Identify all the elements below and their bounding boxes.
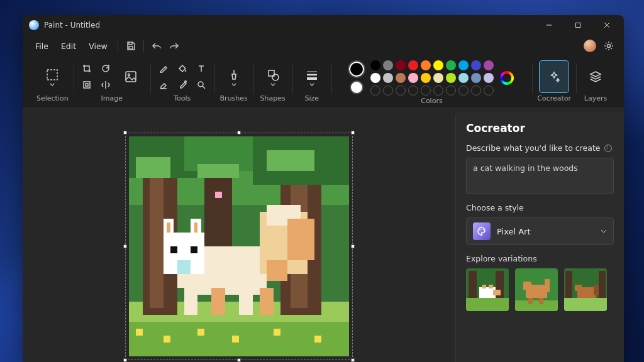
rotate-button[interactable] bbox=[97, 62, 114, 75]
edit-colors-button[interactable] bbox=[500, 71, 514, 85]
svg-rect-81 bbox=[575, 285, 582, 292]
menu-file[interactable]: File bbox=[29, 39, 55, 53]
svg-rect-38 bbox=[167, 222, 170, 233]
save-button[interactable] bbox=[122, 37, 140, 55]
custom-color-slot[interactable] bbox=[370, 85, 380, 96]
ribbon-colors: Colors bbox=[331, 60, 532, 105]
svg-rect-75 bbox=[539, 298, 543, 305]
custom-color-slot[interactable] bbox=[484, 85, 494, 96]
color-swatch[interactable] bbox=[370, 73, 380, 83]
secondary-color-swatch[interactable] bbox=[350, 80, 364, 94]
size-picker[interactable] bbox=[297, 61, 326, 92]
undo-button[interactable] bbox=[148, 37, 165, 55]
custom-color-slot[interactable] bbox=[433, 85, 443, 96]
color-swatch[interactable] bbox=[471, 60, 481, 70]
layers-button[interactable] bbox=[581, 61, 610, 92]
color-swatch[interactable] bbox=[446, 60, 456, 70]
color-swatch[interactable] bbox=[484, 73, 494, 83]
resize-handle[interactable] bbox=[123, 358, 127, 362]
svg-rect-78 bbox=[565, 271, 572, 298]
crop-button[interactable] bbox=[79, 62, 95, 75]
image-ai-button[interactable] bbox=[116, 61, 145, 92]
ribbon-layers: Layers bbox=[576, 60, 615, 105]
svg-rect-67 bbox=[489, 285, 492, 288]
color-swatch[interactable] bbox=[421, 60, 431, 70]
svg-point-58 bbox=[479, 229, 480, 231]
svg-rect-52 bbox=[164, 336, 170, 343]
shapes-picker[interactable] bbox=[258, 61, 287, 92]
color-swatch[interactable] bbox=[458, 73, 469, 83]
menu-view[interactable]: View bbox=[82, 39, 114, 53]
pencil-tool[interactable] bbox=[155, 62, 172, 75]
user-avatar[interactable] bbox=[584, 40, 596, 52]
color-swatch[interactable] bbox=[446, 73, 456, 83]
resize-button[interactable] bbox=[79, 78, 95, 92]
text-tool[interactable] bbox=[193, 62, 209, 75]
selection-tool[interactable] bbox=[38, 61, 67, 92]
custom-color-slot[interactable] bbox=[396, 85, 406, 96]
svg-rect-82 bbox=[594, 285, 599, 295]
color-swatch[interactable] bbox=[471, 73, 481, 83]
cocreator-button[interactable] bbox=[540, 61, 569, 92]
custom-color-slot[interactable] bbox=[446, 85, 456, 96]
variation-thumb[interactable] bbox=[466, 268, 509, 311]
describe-label: Describe what you'd like to create i bbox=[466, 143, 614, 153]
variation-thumb[interactable] bbox=[564, 268, 607, 311]
svg-rect-49 bbox=[287, 219, 315, 260]
color-swatch[interactable] bbox=[408, 60, 418, 70]
brush-picker[interactable] bbox=[219, 61, 248, 92]
custom-color-slot[interactable] bbox=[383, 85, 393, 96]
color-swatch[interactable] bbox=[484, 60, 494, 70]
color-swatch[interactable] bbox=[433, 60, 443, 70]
info-icon[interactable]: i bbox=[604, 145, 612, 152]
svg-rect-7 bbox=[84, 82, 90, 88]
custom-color-slot[interactable] bbox=[408, 85, 418, 96]
svg-point-60 bbox=[483, 229, 484, 231]
color-swatch[interactable] bbox=[408, 73, 418, 83]
maximize-button[interactable] bbox=[564, 15, 592, 35]
color-picker-tool[interactable] bbox=[174, 78, 191, 92]
resize-handle[interactable] bbox=[351, 244, 355, 248]
custom-color-slot[interactable] bbox=[458, 85, 469, 96]
chevron-down-icon bbox=[601, 229, 607, 233]
color-swatch[interactable] bbox=[370, 60, 380, 70]
resize-handle[interactable] bbox=[123, 131, 127, 134]
svg-rect-43 bbox=[184, 288, 198, 315]
svg-rect-50 bbox=[267, 260, 287, 281]
style-dropdown[interactable]: Pixel Art bbox=[466, 217, 614, 245]
minimize-button[interactable] bbox=[535, 15, 564, 35]
custom-color-slot[interactable] bbox=[421, 85, 431, 96]
svg-rect-23 bbox=[150, 171, 164, 309]
fill-tool[interactable] bbox=[174, 62, 191, 75]
color-swatch[interactable] bbox=[396, 73, 406, 83]
color-swatch[interactable] bbox=[396, 60, 406, 70]
menu-edit[interactable]: Edit bbox=[55, 39, 82, 53]
resize-handle[interactable] bbox=[237, 131, 241, 134]
eraser-tool[interactable] bbox=[155, 78, 172, 92]
redo-button[interactable] bbox=[165, 37, 183, 55]
svg-rect-74 bbox=[528, 298, 532, 305]
magnifier-tool[interactable] bbox=[193, 78, 209, 92]
flip-button[interactable] bbox=[97, 78, 114, 92]
color-swatch[interactable] bbox=[421, 73, 431, 83]
resize-handle[interactable] bbox=[237, 358, 241, 362]
resize-handle[interactable] bbox=[351, 358, 355, 362]
color-swatch[interactable] bbox=[383, 73, 393, 83]
color-swatch[interactable] bbox=[458, 60, 469, 70]
svg-point-59 bbox=[481, 229, 482, 230]
settings-button[interactable] bbox=[600, 37, 618, 55]
style-label: Choose a style bbox=[466, 203, 614, 212]
canvas[interactable] bbox=[129, 136, 349, 356]
color-palette bbox=[370, 60, 494, 96]
ribbon-selection: Selection bbox=[31, 60, 74, 105]
custom-color-slot[interactable] bbox=[471, 85, 481, 96]
close-button[interactable] bbox=[592, 15, 621, 35]
resize-handle[interactable] bbox=[123, 244, 127, 248]
variation-thumb[interactable] bbox=[515, 268, 558, 311]
color-swatch[interactable] bbox=[383, 60, 393, 70]
resize-handle[interactable] bbox=[351, 131, 355, 134]
color-swatch[interactable] bbox=[433, 73, 443, 83]
svg-rect-44 bbox=[211, 288, 225, 315]
primary-color-swatch[interactable] bbox=[349, 62, 364, 77]
description-input[interactable]: a cat walking in the woods bbox=[466, 158, 614, 194]
